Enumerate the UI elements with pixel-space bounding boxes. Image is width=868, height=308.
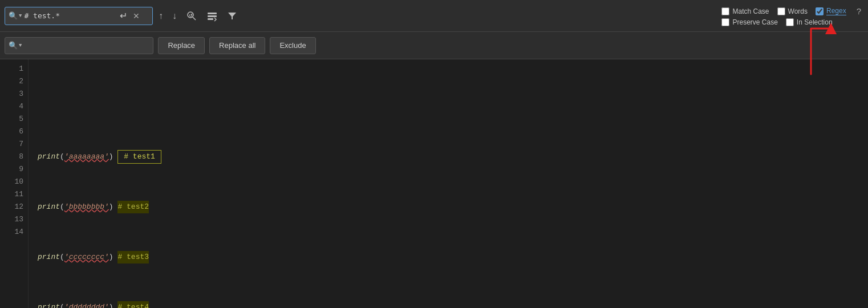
replace-input-container: 🔍 ▼ bbox=[5, 37, 153, 54]
line-num-9: 9 bbox=[0, 163, 23, 176]
replace-dropdown-arrow: ▼ bbox=[19, 43, 22, 48]
in-selection-checkbox[interactable] bbox=[786, 18, 794, 26]
multiline-icon bbox=[206, 10, 218, 22]
code-print-4: print bbox=[38, 251, 60, 264]
code-line-4: print('cccccccc') # test3 bbox=[38, 251, 868, 264]
line-num-13: 13 bbox=[0, 213, 23, 226]
line-num-3: 3 bbox=[0, 88, 23, 100]
code-print-3: print bbox=[38, 201, 60, 213]
regex-checkbox[interactable] bbox=[816, 7, 824, 15]
line-num-4: 4 bbox=[0, 100, 23, 113]
svg-text:↺: ↺ bbox=[189, 13, 193, 18]
code-paren-open-2: ( bbox=[60, 151, 64, 163]
help-button[interactable]: ? bbox=[854, 5, 863, 17]
replace-all-button-label: Replace all bbox=[219, 41, 255, 50]
replace-button[interactable]: Replace bbox=[158, 37, 205, 54]
search-icon: 🔍 bbox=[9, 11, 18, 21]
code-print-5: print bbox=[38, 301, 60, 308]
editor-area: 1 2 3 4 5 6 7 8 9 10 11 12 13 14 print('… bbox=[0, 59, 868, 308]
svg-marker-6 bbox=[228, 13, 236, 19]
line-num-11: 11 bbox=[0, 188, 23, 201]
svg-line-1 bbox=[193, 17, 196, 20]
replace-search-icon: 🔍 bbox=[9, 41, 18, 50]
prev-match-button[interactable]: ↵ bbox=[117, 9, 129, 22]
replace-input[interactable] bbox=[24, 41, 149, 50]
preserve-case-label: Preserve Case bbox=[732, 18, 777, 26]
svg-rect-4 bbox=[208, 15, 217, 17]
code-str-2: 'aaaaaaaa' bbox=[64, 151, 109, 163]
match-case-checkbox[interactable] bbox=[721, 7, 729, 15]
line-num-14: 14 bbox=[0, 226, 23, 238]
in-selection-label: In Selection bbox=[797, 18, 833, 26]
find-all-icon: ↺ bbox=[186, 10, 197, 22]
clear-search-button[interactable]: ✕ bbox=[132, 10, 141, 22]
code-line-1 bbox=[38, 100, 868, 113]
words-checkbox[interactable] bbox=[777, 7, 785, 15]
exclude-button[interactable]: Exclude bbox=[270, 37, 315, 54]
code-line-3: print('bbbbbbbb') # test2 bbox=[38, 201, 868, 213]
next-result-button[interactable]: ↓ bbox=[169, 9, 180, 23]
code-comment-2: # test1 bbox=[117, 150, 161, 164]
search-type-dropdown[interactable]: 🔍 ▼ bbox=[9, 11, 22, 21]
prev-result-button[interactable]: ↑ bbox=[155, 9, 167, 23]
replace-button-label: Replace bbox=[168, 41, 195, 50]
replace-all-button[interactable]: Replace all bbox=[209, 37, 265, 54]
replace-type-dropdown[interactable]: 🔍 ▼ bbox=[9, 41, 22, 50]
code-str-5: 'dddddddd' bbox=[64, 301, 109, 308]
code-paren-close-2: ) bbox=[109, 151, 113, 163]
preserve-case-option[interactable]: Preserve Case bbox=[721, 18, 777, 26]
multiline-button[interactable] bbox=[203, 8, 221, 24]
replace-toolbar: 🔍 ▼ Replace Replace all Exclude bbox=[0, 32, 868, 59]
code-comment-5: # test4 bbox=[117, 301, 149, 308]
line-num-2: 2 bbox=[0, 75, 23, 88]
words-label: Words bbox=[788, 7, 808, 15]
find-all-button[interactable]: ↺ bbox=[182, 8, 201, 24]
words-option[interactable]: Words bbox=[777, 7, 808, 15]
code-content[interactable]: print('aaaaaaaa') # test1 print('bbbbbbb… bbox=[29, 59, 868, 308]
code-line-2: print('aaaaaaaa') # test1 bbox=[38, 151, 868, 163]
options-row-2: Preserve Case In Selection bbox=[721, 18, 863, 26]
line-num-6: 6 bbox=[0, 125, 23, 138]
line-num-8: 8 bbox=[0, 151, 23, 163]
options-row-1: Match Case Words Regex ? bbox=[721, 5, 863, 17]
svg-rect-3 bbox=[208, 13, 217, 14]
search-toolbar: 🔍 ▼ ↵ ✕ ↑ ↓ ↺ Match Case bbox=[0, 0, 868, 32]
match-case-label: Match Case bbox=[732, 7, 769, 15]
regex-option[interactable]: Regex bbox=[816, 7, 846, 15]
line-num-5: 5 bbox=[0, 113, 23, 125]
code-print-2: print bbox=[38, 151, 60, 163]
line-num-10: 10 bbox=[0, 176, 23, 188]
code-line-5: print('dddddddd') # test4 bbox=[38, 301, 868, 308]
line-num-7: 7 bbox=[0, 138, 23, 151]
code-comment-3: # test2 bbox=[117, 201, 149, 213]
search-input[interactable] bbox=[24, 11, 115, 20]
code-comment-4: # test3 bbox=[117, 251, 149, 264]
search-options: Match Case Words Regex ? Preserve Case I… bbox=[721, 5, 863, 26]
filter-icon bbox=[227, 11, 237, 21]
filter-button[interactable] bbox=[224, 9, 241, 23]
search-dropdown-arrow: ▼ bbox=[19, 13, 22, 19]
exclude-button-label: Exclude bbox=[279, 41, 306, 50]
match-case-option[interactable]: Match Case bbox=[721, 7, 769, 15]
line-numbers: 1 2 3 4 5 6 7 8 9 10 11 12 13 14 bbox=[0, 59, 29, 308]
search-input-container: 🔍 ▼ ↵ ✕ bbox=[5, 7, 153, 25]
in-selection-option[interactable]: In Selection bbox=[786, 18, 833, 26]
line-num-1: 1 bbox=[0, 63, 23, 75]
code-str-3: 'bbbbbbbb' bbox=[64, 201, 109, 213]
line-num-12: 12 bbox=[0, 201, 23, 213]
svg-rect-5 bbox=[208, 18, 213, 20]
preserve-case-checkbox[interactable] bbox=[721, 18, 729, 26]
regex-label: Regex bbox=[826, 7, 846, 15]
code-str-4: 'cccccccc' bbox=[64, 251, 109, 264]
